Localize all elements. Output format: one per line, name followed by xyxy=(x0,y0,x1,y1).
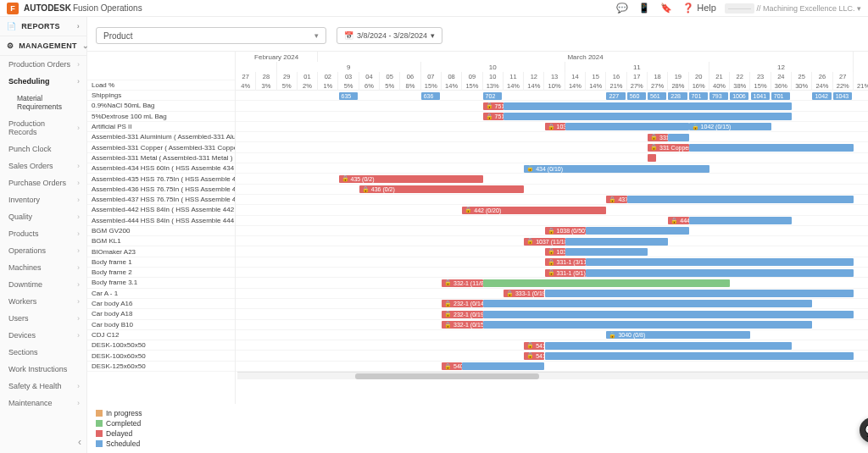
horizontal-scrollbar[interactable] xyxy=(237,372,868,379)
bookmark-icon[interactable]: 🔖 xyxy=(660,3,672,14)
shipping-bar[interactable]: 561 xyxy=(648,92,666,100)
gantt-bar[interactable] xyxy=(483,279,731,287)
gantt-bar[interactable]: 🔒331-1 (3/11) xyxy=(545,258,587,266)
gantt-bar[interactable]: 🔒442 (0/20) xyxy=(462,207,606,214)
gantt-bar[interactable]: 🔒751-1 (5/14) xyxy=(483,113,504,120)
sidebar-collapse-icon[interactable]: ‹ xyxy=(78,436,81,448)
sidebar-item[interactable]: Products› xyxy=(0,225,86,242)
gantt-row-label[interactable]: DESK-100x60x50 xyxy=(87,351,235,361)
shipping-bar[interactable]: 1043 xyxy=(833,92,852,100)
shipping-bar[interactable]: 793 xyxy=(709,92,728,100)
gantt-row-label[interactable]: 0.9%NaCl 50mL Bag xyxy=(87,101,235,111)
shipping-bar[interactable]: 227 xyxy=(606,92,625,100)
gantt-bar[interactable]: 🔒331-1 (0/1) xyxy=(545,269,587,277)
gantt-bar[interactable] xyxy=(565,238,669,246)
shipping-bar[interactable]: 1041 xyxy=(751,92,770,100)
sidebar-section-reports[interactable]: 📄 REPORTS › xyxy=(0,17,86,36)
gantt-bar[interactable]: 🔒232-1 (0/14) xyxy=(442,300,483,307)
gantt-bar[interactable] xyxy=(483,300,813,307)
gantt-row-label[interactable]: Artificial PS II xyxy=(87,122,235,132)
shipping-bar[interactable]: 701 xyxy=(771,92,790,100)
gantt-row-label[interactable]: Assembled-436 HSS 76.75In ( HSS Assemble… xyxy=(87,185,235,195)
gantt-row-label[interactable]: BGM KL1 xyxy=(87,236,235,246)
sidebar-item[interactable]: Maintenance› xyxy=(0,395,86,412)
gantt-row-label[interactable]: Assembled-435 HSS 76.75In ( HSS Assemble… xyxy=(87,174,235,184)
gantt-bar[interactable]: 🔒333-1 (0/19) xyxy=(504,290,545,297)
gantt-row-label[interactable]: Body frame 3.1 xyxy=(87,278,235,288)
sidebar-item[interactable]: Devices› xyxy=(0,327,86,344)
sidebar-item[interactable]: Safety & Health› xyxy=(0,378,86,395)
shipping-bar[interactable]: 228 xyxy=(668,92,687,100)
chat-icon[interactable]: 💬 xyxy=(616,3,628,14)
gantt-row-label[interactable]: Assembled-331 Copper ( Assembled-331 Cop… xyxy=(87,142,235,152)
shipping-bar[interactable]: 701 xyxy=(689,92,708,100)
sidebar-item[interactable]: Operations› xyxy=(0,242,86,259)
gantt-row-label[interactable]: Assembled-444 HSS 84In ( HSS Assemble 44… xyxy=(87,216,235,226)
sidebar-item[interactable]: Production Records› xyxy=(0,115,86,141)
gantt-row-label[interactable]: Car body A18 xyxy=(87,309,235,319)
help-link[interactable]: ❓ Help xyxy=(682,3,716,14)
sidebar-item[interactable]: Scheduling› xyxy=(0,73,86,90)
sidebar-item[interactable]: Sections xyxy=(0,344,86,361)
gantt-bar[interactable]: 🔒1042 (0/15) xyxy=(689,123,771,130)
sidebar-item[interactable]: Workers› xyxy=(0,293,86,310)
gantt-bar[interactable]: 🔒444 (2/5) xyxy=(668,217,688,224)
gantt-row-label[interactable]: 5%Dextrose 100 mL Bag xyxy=(87,112,235,122)
shipping-bar[interactable]: 560 xyxy=(627,92,646,100)
gantt-bar[interactable]: 🔒437 (5/11) xyxy=(606,196,626,203)
gantt-bar[interactable] xyxy=(545,352,854,360)
mobile-icon[interactable]: 📱 xyxy=(638,3,650,14)
gantt-bar[interactable] xyxy=(483,321,813,329)
gantt-bar[interactable]: 🔒232-1 (0/19) xyxy=(442,311,483,318)
gantt-row-label[interactable]: Car A - 1 xyxy=(87,289,235,299)
gantt-bar[interactable]: 🔒436 (0/2) xyxy=(359,185,524,193)
gantt-bar[interactable]: 🔒1039 (3/5) xyxy=(545,248,565,256)
sidebar-item[interactable]: Purchase Orders› xyxy=(0,174,86,191)
gantt-bar[interactable] xyxy=(586,258,854,266)
sidebar-item[interactable]: Production Orders› xyxy=(0,56,86,73)
gantt-bar[interactable] xyxy=(689,217,793,224)
gantt-bar[interactable]: 🔒1039 (0/10) xyxy=(545,123,565,130)
gantt-row-label[interactable]: Car body A16 xyxy=(87,299,235,309)
org-switcher[interactable]: ——— // Machining Excellence LLC. ▾ xyxy=(725,4,861,13)
gantt-row-label[interactable]: Assembled-434 HSS 60In ( HSS Assemble 43… xyxy=(87,163,235,174)
gantt-bar[interactable] xyxy=(689,144,854,152)
gantt-bar[interactable] xyxy=(545,290,854,297)
gantt-bar[interactable]: 🔒331 Copper (0… xyxy=(648,144,689,152)
sidebar-item[interactable]: Downtime› xyxy=(0,276,86,293)
sidebar-item[interactable]: Users› xyxy=(0,310,86,327)
gantt-bar[interactable]: 🔒435 (0/2) xyxy=(339,175,483,183)
product-select[interactable]: Product ▾ xyxy=(96,27,326,44)
gantt-bar[interactable] xyxy=(565,248,648,256)
gantt-bar[interactable]: 🔒332-1 (0/15) xyxy=(442,321,483,329)
sidebar-item[interactable]: Work Instructions xyxy=(0,361,86,378)
gantt-bar[interactable] xyxy=(586,269,854,277)
sidebar-section-management[interactable]: ⚙ MANAGEMENT ⌄ xyxy=(0,36,86,56)
gantt-row-label[interactable]: DESK-100x50x50 xyxy=(87,340,235,351)
sidebar-item[interactable]: Quality› xyxy=(0,208,86,225)
sidebar-item[interactable]: Sales Orders› xyxy=(0,157,86,174)
gantt-row-label[interactable]: BIOmaker A23 xyxy=(87,246,235,257)
gantt-row-label[interactable]: BGM GV200 xyxy=(87,226,235,236)
gantt-row-label[interactable]: Assembled-437 HSS 76.75In ( HSS Assemble… xyxy=(87,195,235,205)
shipping-bar[interactable]: 1042 xyxy=(812,92,831,100)
gantt-row-label[interactable]: Body frame 2 xyxy=(87,268,235,278)
gantt-bar[interactable]: 🔒434 (0/10) xyxy=(524,165,709,173)
sidebar-item[interactable]: Material Requirements xyxy=(0,90,86,115)
gantt-bar[interactable] xyxy=(504,113,792,120)
gantt-row-label[interactable]: Assembled-331 Aluminium ( Assembled-331 … xyxy=(87,132,235,142)
gantt-bar[interactable] xyxy=(627,196,854,203)
gantt-bar[interactable] xyxy=(504,102,792,110)
gantt-bar[interactable]: 🔒1038 (0/50) xyxy=(545,227,587,235)
gantt-bar[interactable]: 🔒541 (0/8) xyxy=(524,352,544,360)
gantt-bar[interactable]: 🔒541 (2/5) xyxy=(524,342,544,350)
gantt-row-label[interactable]: Assembled-331 Metal ( Assembled-331 Meta… xyxy=(87,153,235,163)
sidebar-item[interactable]: Inventory› xyxy=(0,191,86,208)
gantt-bar[interactable]: 🔒3040 (0/8) xyxy=(606,331,750,339)
gantt-bar[interactable]: 🔒331 xyxy=(648,134,668,141)
gantt-bar[interactable]: 🔒540 (8/10) xyxy=(442,362,462,370)
gantt-bar[interactable] xyxy=(648,154,656,162)
gantt-bar[interactable] xyxy=(483,311,854,318)
shipping-bar[interactable]: 636 xyxy=(421,92,440,100)
gantt-row-label[interactable]: CDJ C12 xyxy=(87,330,235,340)
